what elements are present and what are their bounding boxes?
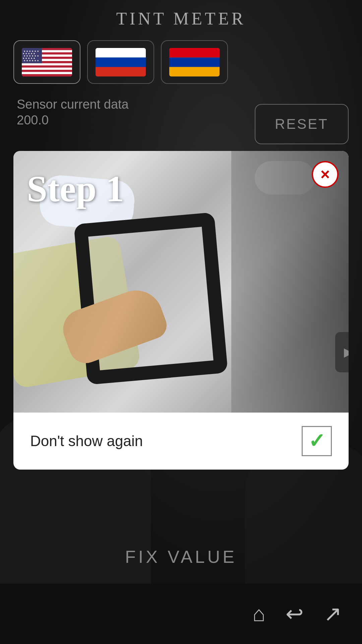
svg-rect-24	[169, 48, 220, 57]
app-title: TINT METER	[116, 9, 246, 29]
back-icon: ↩	[286, 601, 304, 626]
next-arrow-button[interactable]: ▶	[335, 332, 349, 372]
svg-rect-21	[96, 48, 146, 57]
svg-text:★ ★ ★ ★ ★: ★ ★ ★ ★ ★	[22, 57, 35, 59]
header: TINT METER	[0, 0, 362, 37]
svg-rect-12	[22, 72, 72, 74]
home-icon: ⌂	[252, 601, 265, 626]
svg-rect-13	[22, 74, 72, 76]
check-icon: ✓	[308, 431, 325, 451]
language-selector: ★ ★ ★ ★ ★ ★ ★ ★ ★ ★ ★ ★ ★ ★ ★ ★ ★ ★ ★ ★ …	[13, 40, 228, 84]
flag-am-icon	[169, 48, 220, 76]
svg-rect-11	[22, 70, 72, 72]
share-icon: ↗	[324, 601, 342, 626]
svg-text:★ ★ ★ ★ ★ ★: ★ ★ ★ ★ ★ ★	[23, 59, 39, 62]
svg-rect-25	[169, 57, 220, 67]
sensor-area: Sensor current data 200.0	[17, 97, 129, 127]
fix-value-button[interactable]: FIX VALUE	[0, 547, 362, 567]
bottom-nav: ⌂ ↩ ↗	[0, 584, 362, 644]
svg-text:★ ★ ★ ★ ★: ★ ★ ★ ★ ★	[22, 52, 35, 55]
svg-rect-22	[96, 67, 146, 76]
svg-rect-9	[22, 65, 72, 68]
home-button[interactable]: ⌂	[252, 601, 265, 626]
dont-show-panel: Don't show again ✓	[13, 413, 349, 470]
flag-us-icon: ★ ★ ★ ★ ★ ★ ★ ★ ★ ★ ★ ★ ★ ★ ★ ★ ★ ★ ★ ★ …	[22, 48, 72, 76]
step-label: Step 1	[27, 168, 124, 210]
step-dialog: Step 1 × ▶ Don't show again ✓	[13, 151, 349, 470]
sensor-label: Sensor current data	[17, 97, 129, 112]
svg-rect-10	[22, 67, 72, 70]
flag-ru-icon	[96, 48, 146, 76]
lang-btn-am[interactable]	[161, 40, 228, 84]
dont-show-label: Don't show again	[30, 433, 288, 449]
svg-text:★ ★ ★ ★ ★ ★: ★ ★ ★ ★ ★ ★	[23, 55, 39, 57]
reset-label: RESET	[275, 116, 328, 132]
back-button[interactable]: ↩	[286, 601, 304, 626]
lang-btn-en[interactable]: ★ ★ ★ ★ ★ ★ ★ ★ ★ ★ ★ ★ ★ ★ ★ ★ ★ ★ ★ ★ …	[13, 40, 80, 84]
svg-rect-8	[22, 63, 72, 65]
reset-button[interactable]: RESET	[255, 104, 349, 144]
close-icon: ×	[320, 166, 330, 182]
chevron-right-icon: ▶	[344, 345, 349, 359]
car-interior-dark	[231, 151, 349, 413]
fix-value-label: FIX VALUE	[125, 547, 237, 567]
close-button[interactable]: ×	[312, 161, 339, 188]
sensor-value: 200.0	[17, 113, 129, 127]
svg-text:★ ★ ★ ★ ★ ★: ★ ★ ★ ★ ★ ★	[23, 50, 39, 52]
step-image: Step 1 × ▶	[13, 151, 349, 413]
lang-btn-ru[interactable]	[87, 40, 154, 84]
share-button[interactable]: ↗	[324, 601, 342, 626]
dont-show-checkbox[interactable]: ✓	[302, 426, 332, 456]
